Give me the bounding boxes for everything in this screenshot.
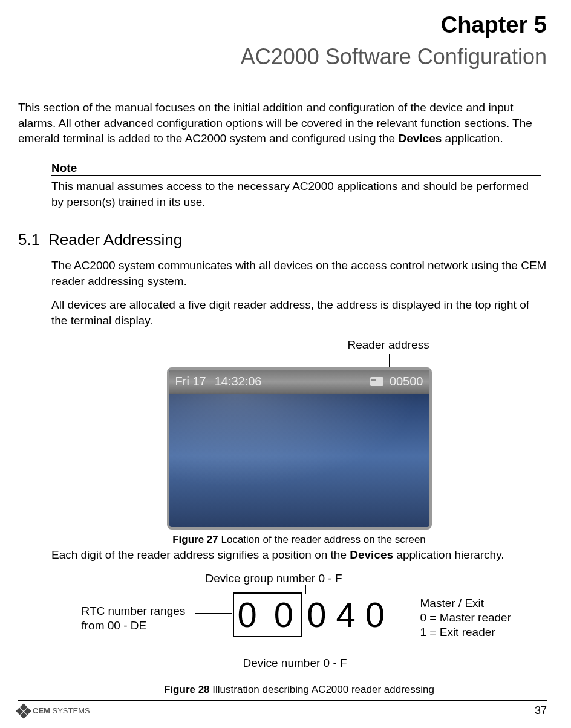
- terminal-time: 14:32:06: [215, 373, 262, 390]
- section-heading: 5.1Reader Addressing: [18, 231, 547, 249]
- device-number-label: Device number 0 - F: [243, 655, 347, 671]
- section-p2: All devices are allocated a five digit r…: [51, 297, 547, 328]
- terminal-shine: [167, 394, 432, 503]
- note-heading: Note: [51, 162, 541, 176]
- digit-master: 0: [365, 597, 385, 632]
- card-icon: [370, 377, 383, 386]
- leader-line: [305, 585, 306, 594]
- chapter-title: AC2000 Software Configuration: [18, 44, 547, 70]
- digit-group: 0: [307, 597, 326, 632]
- section-p3: Each digit of the reader address signifi…: [51, 547, 547, 563]
- reader-address-callout: Reader address: [348, 337, 429, 353]
- section-p3b: Devices: [350, 548, 393, 561]
- intro-paragraph: This section of the manual focuses on th…: [18, 100, 547, 146]
- footer-brand-rest: SYSTEMS: [50, 706, 90, 715]
- footer-brand-bold: CEM: [33, 706, 50, 715]
- figure-28-caption-text: Illustration describing AC2000 reader ad…: [210, 684, 434, 695]
- rtc-label-line2: from 00 - DE: [82, 619, 147, 632]
- master-line3: 1 = Exit reader: [420, 626, 495, 638]
- address-digits: 0 0 0 4 0: [233, 592, 390, 637]
- terminal-day: Fri 17: [175, 373, 206, 390]
- terminal-bar-right: 00500: [370, 373, 423, 390]
- digit-device: 4: [336, 597, 355, 632]
- section-p1: The AC2000 system communicates with all …: [51, 258, 547, 289]
- chapter-label: Chapter 5: [18, 12, 547, 38]
- figure-28-caption: Figure 28 Illustration describing AC2000…: [51, 683, 547, 697]
- page: Chapter 5 AC2000 Software Configuration …: [0, 0, 571, 728]
- figure-27-caption-text: Location of the reader address on the sc…: [218, 534, 426, 545]
- section-body: The AC2000 system communicates with all …: [51, 258, 547, 697]
- note-body: This manual assumes access to the necess…: [51, 179, 541, 209]
- figure-28-caption-bold: Figure 28: [164, 684, 210, 695]
- page-number: 37: [521, 704, 547, 717]
- rtc-label: RTC number ranges from 00 - DE: [82, 604, 186, 633]
- section-number: 5.1: [18, 231, 48, 249]
- master-line1: Master / Exit: [420, 597, 485, 609]
- terminal-status-bar: Fri 17 14:32:06 00500: [169, 370, 429, 394]
- figure-27-caption: Figure 27 Location of the reader address…: [51, 533, 547, 547]
- leader-line: [336, 636, 336, 655]
- section-p3a: Each digit of the reader address signifi…: [51, 548, 350, 561]
- master-line2: 0 = Master reader: [420, 611, 512, 624]
- intro-bold: Devices: [398, 132, 442, 145]
- leader-line: [195, 613, 232, 614]
- terminal-reader-address: 00500: [390, 373, 423, 390]
- figure-28: Device group number 0 - F RTC number ran…: [64, 571, 535, 680]
- cem-logo-icon: [16, 703, 31, 718]
- rtc-label-line1: RTC number ranges: [82, 605, 186, 617]
- terminal-screenshot: Fri 17 14:32:06 00500: [167, 367, 432, 530]
- note-block: Note This manual assumes access to the n…: [51, 162, 541, 209]
- device-group-label: Device group number 0 - F: [206, 571, 342, 586]
- rtc-digits-box: 0 0: [233, 592, 302, 637]
- figure-27-caption-bold: Figure 27: [172, 534, 218, 545]
- leader-line: [390, 617, 418, 617]
- footer-brand: CEM SYSTEMS: [18, 706, 90, 717]
- page-footer: CEM SYSTEMS 37: [18, 700, 547, 717]
- master-exit-label: Master / Exit 0 = Master reader 1 = Exit…: [420, 596, 512, 639]
- figure-27: Reader address Fri 17 14:32:06 00500: [106, 337, 493, 530]
- intro-text-2: application.: [442, 132, 503, 145]
- section-title: Reader Addressing: [48, 231, 182, 249]
- terminal-bar-left: Fri 17 14:32:06: [175, 373, 262, 390]
- section-p3c: application hierarchy.: [393, 548, 504, 561]
- reader-address-leader-line: [389, 354, 390, 367]
